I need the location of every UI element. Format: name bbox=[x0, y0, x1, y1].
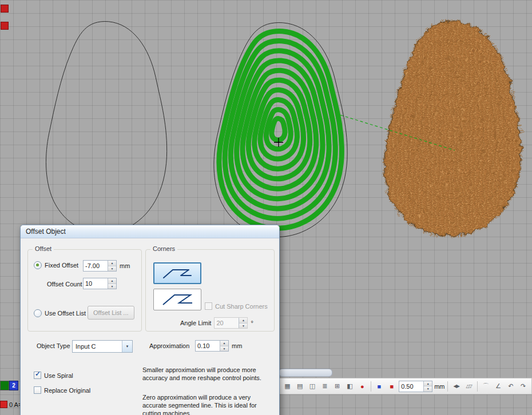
spin-down-icon[interactable]: ▼ bbox=[220, 346, 228, 352]
green-color-swatch[interactable] bbox=[0, 381, 9, 390]
toolbar-separator bbox=[477, 381, 478, 392]
approximation-input[interactable] bbox=[196, 341, 220, 351]
spin-up-icon[interactable]: ▲ bbox=[108, 261, 116, 266]
replace-original-label: Replace Original bbox=[44, 387, 90, 394]
blue-swatch-icon[interactable]: ■ bbox=[374, 380, 385, 393]
red-marker-icon[interactable]: ● bbox=[357, 380, 368, 393]
half-fill-icon[interactable]: ◧ bbox=[344, 380, 355, 393]
chevron-down-icon: ▼ bbox=[126, 345, 129, 348]
object-type-value: Input C bbox=[73, 343, 122, 350]
dropdown-button[interactable]: ▼ bbox=[122, 341, 132, 352]
list-icon[interactable]: ≣ bbox=[319, 380, 330, 393]
arc-icon[interactable]: ⌒ bbox=[481, 380, 491, 393]
mirror-vertical-icon[interactable]: △▽ bbox=[463, 380, 474, 393]
toolbar-separator bbox=[447, 381, 448, 392]
approximation-note-1: Smaller approximation will produce more … bbox=[142, 366, 271, 382]
offset-count-spinner[interactable]: ▲ ▼ bbox=[83, 278, 117, 289]
left-toolbar-red-icon[interactable] bbox=[1, 5, 9, 13]
angle-limit-input[interactable] bbox=[215, 318, 239, 328]
spin-up-icon[interactable]: ▲ bbox=[108, 278, 116, 284]
offset-object-dialog: Offset Object Offset Fixed Offset ▲ ▼ mm bbox=[20, 225, 280, 415]
use-spiral-checkbox[interactable]: ✓ bbox=[34, 372, 41, 379]
offset-list-button[interactable]: Offset List ... bbox=[88, 306, 134, 320]
replace-original-checkbox[interactable] bbox=[34, 386, 41, 394]
fixed-offset-radio[interactable] bbox=[34, 261, 42, 269]
stitched-shape[interactable] bbox=[385, 22, 521, 236]
offset-count-input[interactable] bbox=[84, 278, 108, 289]
angle-limit-label: Angle Limit bbox=[180, 320, 211, 326]
stitch-length-input[interactable] bbox=[399, 381, 423, 392]
spin-down-icon[interactable]: ▼ bbox=[424, 386, 432, 392]
panel-icon[interactable]: ▤ bbox=[295, 380, 305, 393]
spin-down-icon[interactable]: ▼ bbox=[108, 284, 116, 289]
stitch-length-spinner[interactable]: ▲ ▼ bbox=[399, 381, 432, 392]
use-offset-list-label: Use Offset List bbox=[45, 310, 86, 317]
offset-group-label: Offset bbox=[33, 245, 54, 252]
sharp-corners-icon bbox=[161, 292, 193, 307]
use-spiral-label: Use Spiral bbox=[44, 372, 73, 379]
fixed-offset-spinner[interactable]: ▲ ▼ bbox=[83, 260, 117, 272]
columns-icon[interactable]: ◫ bbox=[307, 380, 318, 393]
rounded-corners-icon bbox=[161, 266, 193, 281]
use-offset-list-radio[interactable] bbox=[34, 309, 42, 317]
approximation-spinner[interactable]: ▲ ▼ bbox=[195, 340, 229, 352]
fixed-offset-label: Fixed Offset bbox=[45, 262, 78, 269]
dialog-titlebar[interactable]: Offset Object bbox=[21, 225, 279, 238]
corners-group-label: Corners bbox=[150, 245, 177, 252]
sharp-corners-button[interactable] bbox=[153, 289, 201, 310]
red-status-chip bbox=[0, 401, 7, 408]
check-icon: ✓ bbox=[35, 370, 41, 378]
fixed-offset-unit: mm bbox=[120, 262, 130, 269]
toolbar-separator bbox=[371, 381, 371, 392]
spiral-offset-shape[interactable] bbox=[214, 23, 347, 237]
dialog-title: Offset Object bbox=[26, 228, 66, 236]
approximation-note-2: Zero approximation will produce a very a… bbox=[142, 393, 271, 415]
approximation-unit: mm bbox=[232, 342, 242, 349]
application-window: ▦ ▤ ◫ ≣ ⊞ ◧ ● ■ ■ ▲ ▼ mm ◀▶ △▽ ⌒ ∠ ↶ ↷ 2 bbox=[0, 0, 532, 415]
rotate-ccw-icon[interactable]: ↶ bbox=[505, 380, 516, 393]
angle-icon[interactable]: ∠ bbox=[493, 380, 504, 393]
grid-icon[interactable]: ▦ bbox=[282, 380, 293, 393]
stitch-length-unit: mm bbox=[434, 383, 444, 390]
rounded-corners-button[interactable] bbox=[153, 262, 201, 284]
spin-up-icon[interactable]: ▲ bbox=[424, 381, 432, 387]
color-palette-fragment: 2 bbox=[0, 381, 18, 390]
angle-limit-spinner[interactable]: ▲ ▼ bbox=[214, 317, 248, 329]
offset-count-label: Offset Count bbox=[47, 281, 82, 288]
spin-down-icon[interactable]: ▼ bbox=[108, 266, 116, 272]
object-type-label: Object Type bbox=[37, 342, 70, 349]
bottom-toolbar: ▦ ▤ ◫ ≣ ⊞ ◧ ● ■ ■ ▲ ▼ mm ◀▶ △▽ ⌒ ∠ ↶ ↷ bbox=[279, 378, 532, 394]
offset-group: Offset Fixed Offset ▲ ▼ mm Offset Count bbox=[27, 249, 142, 332]
spin-up-icon[interactable]: ▲ bbox=[239, 318, 247, 324]
spin-down-icon[interactable]: ▼ bbox=[239, 324, 247, 329]
corners-group: Corners Cut Sharp Corners Angle Limit bbox=[145, 249, 275, 332]
outline-shape[interactable] bbox=[46, 22, 166, 234]
spin-up-icon[interactable]: ▲ bbox=[220, 341, 228, 346]
red-swatch-icon[interactable]: ■ bbox=[386, 380, 397, 393]
cut-sharp-corners-label: Cut Sharp Corners bbox=[215, 303, 268, 310]
cut-sharp-corners-checkbox[interactable] bbox=[205, 302, 212, 310]
angle-limit-unit: ° bbox=[251, 320, 253, 326]
object-number-swatch[interactable]: 2 bbox=[9, 381, 18, 390]
add-object-icon[interactable]: ⊞ bbox=[332, 380, 343, 393]
left-toolbar-red-icon[interactable] bbox=[1, 22, 9, 30]
horizontal-scrollbar[interactable] bbox=[279, 369, 332, 377]
rotate-cw-icon[interactable]: ↷ bbox=[518, 380, 529, 393]
mirror-horizontal-icon[interactable]: ◀▶ bbox=[451, 380, 462, 393]
fixed-offset-input[interactable] bbox=[84, 261, 108, 271]
object-type-dropdown[interactable]: Input C ▼ bbox=[72, 340, 133, 353]
approximation-label: Approximation bbox=[149, 342, 189, 349]
